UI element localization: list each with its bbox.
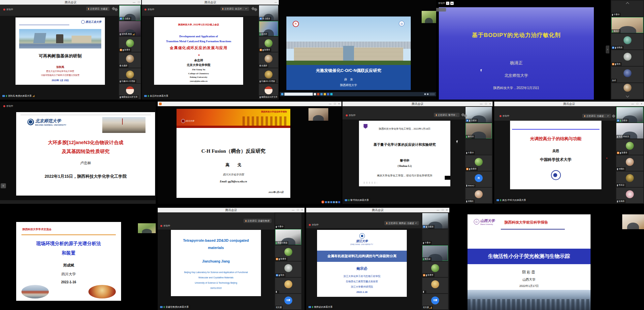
minimize-button[interactable]: — — [133, 0, 135, 5]
tray-icon[interactable] — [333, 201, 335, 203]
close-button[interactable]: × — [641, 102, 642, 106]
maximize-button[interactable]: □ — [138, 0, 140, 5]
participant-tile[interactable]: 牛青华 — [466, 139, 492, 155]
participant-tile[interactable]: · — [275, 278, 301, 293]
start-button[interactable] — [281, 93, 283, 95]
participant-tile[interactable]: 姜建壮教授 — [275, 229, 301, 245]
participant-tile[interactable]: · — [422, 278, 448, 293]
participant-tile[interactable]: 杨清正 — [611, 17, 643, 33]
participant-tile[interactable]: 陈青李 — [616, 139, 643, 155]
participant-tile[interactable]: 吴康妍 — [259, 52, 278, 68]
mic-icon — [120, 33, 121, 35]
window-titlebar[interactable]: 腾讯会议 —□× — [306, 208, 449, 212]
participant-tile[interactable]: 仝建波 — [422, 213, 448, 229]
taskbar-app-icon[interactable] — [330, 93, 333, 95]
taskbar-app-icon[interactable] — [317, 93, 319, 95]
reply-arrow[interactable]: ↩ — [607, 114, 609, 118]
window-titlebar[interactable]: 腾讯会议 —□× — [158, 208, 305, 212]
taskbar-app-icon[interactable] — [327, 93, 329, 95]
participant-tile[interactable]: 徐毅政 — [611, 34, 643, 49]
window-titlebar[interactable]: 腾讯会议 —□× — [342, 102, 493, 106]
close-button[interactable]: × — [301, 208, 303, 212]
participant-tile[interactable]: 牛青华 — [275, 213, 301, 229]
presenter-webcam[interactable] — [622, 214, 644, 229]
tray-icon[interactable] — [427, 93, 429, 95]
maximize-button[interactable]: □ — [334, 102, 336, 106]
taskbar-clock[interactable] — [430, 93, 435, 95]
tray-icon[interactable] — [330, 201, 332, 203]
minimize-button[interactable]: — — [631, 102, 634, 106]
participant-tile[interactable]: RRMIAO — [466, 171, 492, 187]
tray-icon[interactable] — [424, 93, 426, 95]
tray-icon[interactable] — [328, 201, 330, 203]
maximize-button[interactable]: □ — [297, 208, 299, 212]
sogou-tray-icon[interactable]: S — [321, 201, 324, 203]
participant-tile[interactable]: 陈青李 — [275, 245, 301, 261]
participant-tile[interactable]: 玄露贺文露 — [275, 294, 301, 309]
participant-tile[interactable]: 仝建波 — [119, 5, 141, 20]
minimize-button[interactable]: — — [274, 0, 277, 5]
scroll-down-icon[interactable] — [626, 94, 629, 98]
taskbar-search[interactable] — [284, 93, 313, 96]
maximize-button[interactable]: □ — [485, 102, 487, 106]
presenter-webcam[interactable] — [308, 108, 328, 121]
tray-icon[interactable] — [325, 201, 327, 203]
participant-tile[interactable]: 橡胶会议16罗玉萍 — [119, 84, 141, 99]
close-button[interactable]: × — [489, 102, 491, 106]
window-titlebar[interactable]: 腾讯会议 —□× — [494, 102, 644, 106]
participant-tile[interactable]: 刘晓红 — [466, 188, 492, 203]
scroll-up-icon[interactable] — [626, 2, 629, 6]
stop-recording-button[interactable]: ■ — [450, 2, 454, 5]
participant-tile[interactable] — [611, 83, 643, 99]
participant-tile[interactable]: 何晓红 — [616, 155, 643, 171]
minimize-button[interactable]: — — [329, 102, 331, 106]
participant-tile[interactable]: 陈青李 — [119, 37, 141, 52]
participant-tile[interactable]: 孙卓 — [611, 67, 643, 82]
participant-tile[interactable]: 仝建波 — [466, 107, 492, 122]
participant-tile[interactable]: 陈光 — [275, 262, 301, 277]
participant-tile[interactable]: 牛青华 — [422, 229, 448, 245]
window-titlebar[interactable]: 腾讯会议 —□ — [0, 0, 141, 5]
maximize-button[interactable]: □ — [442, 208, 443, 212]
minimize-button[interactable]: — — [292, 208, 294, 212]
close-button[interactable]: × — [338, 102, 340, 106]
sidebar-collapse-arrow[interactable]: › — [606, 46, 609, 53]
participant-tile[interactable]: 仝建波 — [616, 107, 643, 122]
participant-tile[interactable]: 鲍宗必 — [422, 245, 448, 261]
participant-tile[interactable]: 牛青华 — [611, 1, 643, 16]
participant-tile[interactable]: 仝建波 — [259, 5, 278, 20]
participant-tile[interactable]: 陈青李 — [422, 262, 448, 277]
participant-tile[interactable]: 余志祥 — [259, 21, 278, 36]
presenter-webcam[interactable] — [138, 223, 156, 233]
participant-tile[interactable]: 徐海燕 — [616, 188, 643, 203]
maximize-button[interactable]: □ — [636, 102, 638, 106]
participant-tile[interactable]: 李跃宏 — [616, 171, 643, 187]
close-button[interactable]: × — [446, 208, 448, 212]
window-titlebar[interactable]: —□× — [158, 102, 341, 106]
participant-tile[interactable]: 黎书华 — [466, 123, 492, 139]
presenter-webcam[interactable] — [422, 11, 436, 23]
reply-arrow[interactable]: ↩ — [415, 221, 417, 225]
participant-tile[interactable]: 玄露贺文露 — [422, 294, 448, 309]
taskbar-app-icon[interactable] — [320, 93, 323, 95]
participant-tile[interactable]: 橡胶会议16罗玉萍 — [259, 84, 278, 99]
participant-tile[interactable]: 吴康妍 — [119, 52, 141, 68]
minimize-button[interactable]: — — [480, 102, 482, 106]
annotation-menu-icon[interactable]: ≡ — [1, 183, 6, 188]
window-titlebar[interactable]: 腾讯会议 — — [142, 0, 279, 5]
participant-tile[interactable]: 石鑫201 石培新 — [259, 68, 278, 83]
participant-tile[interactable]: 陈光 — [611, 50, 643, 66]
participant-tile[interactable]: 石鑫201 石培新 — [119, 68, 141, 83]
tray-icon[interactable] — [336, 201, 338, 203]
participant-tile[interactable]: 陈青李 — [259, 37, 278, 52]
participant-tile[interactable]: 吴思-中科大 — [616, 123, 643, 139]
participant-tile[interactable]: 张秋禹 教授 — [119, 21, 141, 36]
participant-tile[interactable]: 陈青李 — [466, 155, 492, 171]
mic-icon — [263, 49, 264, 51]
tray-icon[interactable] — [338, 201, 340, 203]
minimize-button[interactable]: — — [436, 208, 439, 212]
reply-arrow[interactable]: ↩ — [245, 7, 247, 11]
taskbar-app-icon[interactable] — [324, 93, 326, 95]
pause-recording-button[interactable]: ‖ — [446, 2, 449, 5]
taskbar-app-icon[interactable] — [314, 93, 316, 95]
